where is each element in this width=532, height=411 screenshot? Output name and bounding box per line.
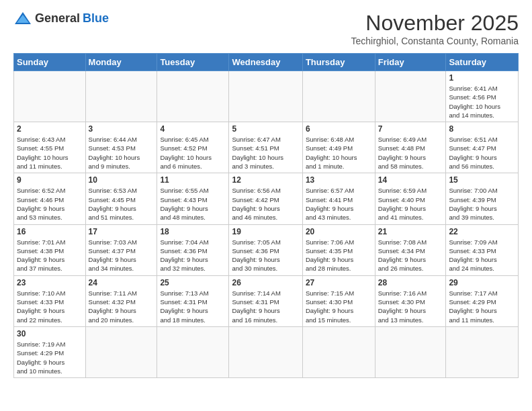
day-number: 10 [89,175,154,185]
calendar-day-cell: 24Sunrise: 7:11 AM Sunset: 4:32 PM Dayli… [85,275,157,326]
calendar-day-cell: 27Sunrise: 7:15 AM Sunset: 4:30 PM Dayli… [302,275,375,326]
day-number: 11 [160,175,226,185]
day-info: Sunrise: 6:57 AM Sunset: 4:41 PM Dayligh… [306,186,372,222]
day-info: Sunrise: 6:41 AM Sunset: 4:56 PM Dayligh… [449,84,515,120]
day-info: Sunrise: 7:04 AM Sunset: 4:36 PM Dayligh… [160,238,226,273]
page: GeneralBlue November 2025 Techirghiol, C… [0,0,532,385]
calendar-day-cell: 16Sunrise: 7:01 AM Sunset: 4:38 PM Dayli… [14,224,86,275]
calendar-day-cell [229,71,302,122]
day-number: 26 [232,278,299,287]
calendar-week-row: 30Sunrise: 7:19 AM Sunset: 4:29 PM Dayli… [14,326,519,377]
day-number: 12 [232,175,299,185]
day-info: Sunrise: 7:03 AM Sunset: 4:37 PM Dayligh… [89,238,154,273]
day-info: Sunrise: 6:43 AM Sunset: 4:55 PM Dayligh… [17,135,83,171]
day-number: 14 [378,175,443,185]
calendar-day-cell [375,71,446,122]
calendar-week-row: 2Sunrise: 6:43 AM Sunset: 4:55 PM Daylig… [14,122,519,173]
day-number: 13 [306,175,372,185]
day-info: Sunrise: 6:48 AM Sunset: 4:49 PM Dayligh… [306,135,372,171]
calendar-day-cell [157,71,229,122]
logo-area: GeneralBlue [13,11,109,26]
day-number: 3 [89,124,154,134]
calendar-week-row: 9Sunrise: 6:52 AM Sunset: 4:46 PM Daylig… [14,173,519,224]
calendar-week-row: 23Sunrise: 7:10 AM Sunset: 4:33 PM Dayli… [14,275,519,326]
calendar-day-cell: 26Sunrise: 7:14 AM Sunset: 4:31 PM Dayli… [229,275,302,326]
calendar-day-cell [157,326,229,377]
calendar: Sunday Monday Tuesday Wednesday Thursday… [13,53,519,378]
calendar-day-cell [446,326,519,377]
day-number: 9 [17,175,83,185]
col-wednesday: Wednesday [229,54,302,71]
day-info: Sunrise: 7:00 AM Sunset: 4:39 PM Dayligh… [449,186,515,222]
day-info: Sunrise: 7:14 AM Sunset: 4:31 PM Dayligh… [232,289,299,324]
day-info: Sunrise: 7:10 AM Sunset: 4:33 PM Dayligh… [17,289,83,324]
calendar-day-cell [85,326,157,377]
calendar-day-cell: 23Sunrise: 7:10 AM Sunset: 4:33 PM Dayli… [14,275,86,326]
calendar-day-cell: 22Sunrise: 7:09 AM Sunset: 4:33 PM Dayli… [446,224,519,275]
day-info: Sunrise: 6:53 AM Sunset: 4:45 PM Dayligh… [89,186,154,222]
calendar-day-cell: 1Sunrise: 6:41 AM Sunset: 4:56 PM Daylig… [446,71,519,122]
day-number: 21 [378,227,443,236]
logo: GeneralBlue [13,11,109,26]
calendar-day-cell: 7Sunrise: 6:49 AM Sunset: 4:48 PM Daylig… [375,122,446,173]
day-number: 17 [89,227,154,236]
day-info: Sunrise: 7:13 AM Sunset: 4:31 PM Dayligh… [160,289,226,324]
calendar-day-cell: 4Sunrise: 6:45 AM Sunset: 4:52 PM Daylig… [157,122,229,173]
calendar-day-cell: 29Sunrise: 7:17 AM Sunset: 4:29 PM Dayli… [446,275,519,326]
day-info: Sunrise: 7:05 AM Sunset: 4:36 PM Dayligh… [232,238,299,273]
calendar-day-cell: 30Sunrise: 7:19 AM Sunset: 4:29 PM Dayli… [14,326,86,377]
day-number: 24 [89,278,154,287]
day-number: 4 [160,124,226,134]
col-friday: Friday [375,54,446,71]
calendar-day-cell: 11Sunrise: 6:55 AM Sunset: 4:43 PM Dayli… [157,173,229,224]
calendar-day-cell: 15Sunrise: 7:00 AM Sunset: 4:39 PM Dayli… [446,173,519,224]
calendar-day-cell: 17Sunrise: 7:03 AM Sunset: 4:37 PM Dayli… [85,224,157,275]
day-number: 16 [17,227,83,236]
day-info: Sunrise: 6:56 AM Sunset: 4:42 PM Dayligh… [232,186,299,222]
day-number: 7 [378,124,443,134]
day-info: Sunrise: 6:51 AM Sunset: 4:47 PM Dayligh… [449,135,515,171]
day-number: 30 [17,329,83,338]
calendar-week-row: 16Sunrise: 7:01 AM Sunset: 4:38 PM Dayli… [14,224,519,275]
calendar-day-cell: 3Sunrise: 6:44 AM Sunset: 4:53 PM Daylig… [85,122,157,173]
month-title: November 2025 [351,11,519,36]
calendar-day-cell: 8Sunrise: 6:51 AM Sunset: 4:47 PM Daylig… [446,122,519,173]
col-tuesday: Tuesday [157,54,229,71]
calendar-day-cell: 14Sunrise: 6:59 AM Sunset: 4:40 PM Dayli… [375,173,446,224]
day-info: Sunrise: 7:08 AM Sunset: 4:34 PM Dayligh… [378,238,443,273]
calendar-day-cell [302,326,375,377]
calendar-day-cell: 25Sunrise: 7:13 AM Sunset: 4:31 PM Dayli… [157,275,229,326]
day-number: 25 [160,278,226,287]
day-info: Sunrise: 7:15 AM Sunset: 4:30 PM Dayligh… [306,289,372,324]
header: GeneralBlue November 2025 Techirghiol, C… [13,11,519,46]
day-number: 15 [449,175,515,185]
day-info: Sunrise: 7:17 AM Sunset: 4:29 PM Dayligh… [449,289,515,324]
day-info: Sunrise: 6:52 AM Sunset: 4:46 PM Dayligh… [17,186,83,222]
day-number: 8 [449,124,515,134]
calendar-header-row: Sunday Monday Tuesday Wednesday Thursday… [14,54,519,71]
day-number: 20 [306,227,372,236]
col-saturday: Saturday [446,54,519,71]
day-info: Sunrise: 7:09 AM Sunset: 4:33 PM Dayligh… [449,238,515,273]
calendar-week-row: 1Sunrise: 6:41 AM Sunset: 4:56 PM Daylig… [14,71,519,122]
calendar-day-cell: 19Sunrise: 7:05 AM Sunset: 4:36 PM Dayli… [229,224,302,275]
col-sunday: Sunday [14,54,86,71]
day-number: 28 [378,278,443,287]
calendar-day-cell: 2Sunrise: 6:43 AM Sunset: 4:55 PM Daylig… [14,122,86,173]
day-number: 5 [232,124,299,134]
day-info: Sunrise: 6:45 AM Sunset: 4:52 PM Dayligh… [160,135,226,171]
col-thursday: Thursday [302,54,375,71]
calendar-day-cell: 28Sunrise: 7:16 AM Sunset: 4:30 PM Dayli… [375,275,446,326]
logo-text-blue: Blue [83,11,109,26]
calendar-day-cell: 9Sunrise: 6:52 AM Sunset: 4:46 PM Daylig… [14,173,86,224]
day-info: Sunrise: 7:11 AM Sunset: 4:32 PM Dayligh… [89,289,154,324]
day-info: Sunrise: 7:16 AM Sunset: 4:30 PM Dayligh… [378,289,443,324]
day-number: 6 [306,124,372,134]
day-info: Sunrise: 7:01 AM Sunset: 4:38 PM Dayligh… [17,238,83,273]
day-info: Sunrise: 6:47 AM Sunset: 4:51 PM Dayligh… [232,135,299,171]
day-info: Sunrise: 6:49 AM Sunset: 4:48 PM Dayligh… [378,135,443,171]
day-info: Sunrise: 6:59 AM Sunset: 4:40 PM Dayligh… [378,186,443,222]
calendar-day-cell [14,71,86,122]
col-monday: Monday [85,54,157,71]
calendar-day-cell [229,326,302,377]
